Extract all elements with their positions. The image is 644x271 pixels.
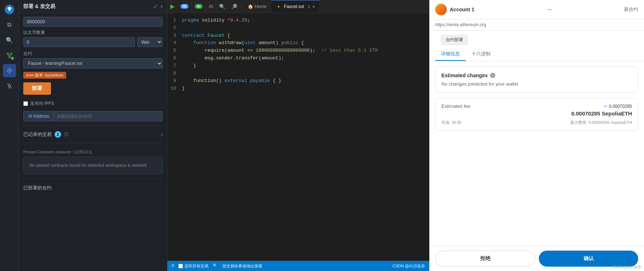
- ai-text-label: AI: [209, 4, 213, 9]
- deploy-panel-title: 部署 & 发交易: [23, 3, 55, 10]
- at-address-button[interactable]: At Address: [23, 111, 54, 121]
- svg-line-5: [9, 55, 11, 56]
- ec-no-changes: No changes predicted for your wallet: [441, 81, 632, 87]
- contract-select[interactable]: Faucet - learning/Faucet.sol: [23, 58, 163, 68]
- code-line-8: 8: [167, 70, 429, 78]
- divider-3: [23, 178, 163, 179]
- deploy-header: 部署 & 发交易 ✓ ›: [19, 0, 167, 13]
- code-line-9: 9 function() external payable { }: [167, 77, 429, 85]
- recorded-txns-left: 已记录的交易 2 ⓘ: [23, 131, 68, 138]
- estimated-changes-box: Estimated changes i No changes predicted…: [435, 66, 638, 93]
- tab-hex[interactable]: 十六进制: [466, 48, 496, 61]
- code-line-4: 4 function withdraw(uint amount) public …: [167, 39, 429, 47]
- mm-url: https://remix.ethereum.org: [435, 22, 486, 27]
- reject-button[interactable]: 拒绝: [435, 251, 535, 267]
- svg-line-11: [11, 87, 11, 88]
- ef-label: Estimated fee: [441, 103, 470, 109]
- eth-unit-select[interactable]: Wei Gwei ETH: [137, 37, 163, 47]
- mm-url-bar: https://remix.ethereum.org: [429, 19, 644, 31]
- recorded-txns-chevron: ›: [161, 131, 163, 137]
- svg-marker-6: [7, 68, 12, 74]
- monitor-checkbox[interactable]: [178, 264, 183, 268]
- svg-line-4: [8, 55, 9, 56]
- recorded-txns-label: 已记录的交易: [23, 131, 52, 138]
- divider-2: [23, 143, 163, 143]
- tab-details[interactable]: 详细信息: [435, 48, 466, 61]
- tab-home[interactable]: 🏠 Home: [243, 0, 271, 13]
- recorded-txns-row[interactable]: 已记录的交易 2 ⓘ ›: [23, 129, 163, 140]
- at-address-input[interactable]: [54, 111, 163, 121]
- chevron-right-icon[interactable]: ›: [161, 3, 163, 10]
- run-button[interactable]: ▶: [167, 0, 178, 13]
- status-left: 0 监听所有交易 🔍 按交易哈希或地址搜索: [172, 263, 262, 269]
- mm-header: Account 1 → 新合约: [429, 0, 644, 19]
- tab-faucet-sol[interactable]: 🔸 Faucet.sol 1 ✕: [271, 0, 319, 13]
- ipfs-row: 发布到 IPFS: [23, 101, 163, 107]
- evm-badge: evm 版本: byzantium: [23, 72, 66, 79]
- eth-amount-label: 以太币数量: [23, 30, 163, 36]
- tab-ai-blue[interactable]: AI: [178, 0, 192, 13]
- at-address-row: At Address: [23, 111, 163, 121]
- gas-limit-input[interactable]: [23, 17, 163, 27]
- deploy-header-icons: ✓ ›: [153, 3, 163, 10]
- svg-point-1: [7, 53, 9, 55]
- check-icon[interactable]: ✓: [153, 3, 158, 10]
- tab-ai-text[interactable]: AI: [206, 0, 216, 13]
- zoom-in-btn[interactable]: 🔍: [216, 0, 228, 13]
- editor-area: ▶ AI AI AI 🔍 🔎 🏠 Home 🔸 Faucet.sol 1 ✕ 1…: [167, 0, 429, 271]
- monitor-label[interactable]: 监听所有交易: [178, 263, 208, 269]
- code-line-6: 6 msg.sender.transfer(amount);: [167, 55, 429, 62]
- code-line-5: 5 require(amount <= 1000000000000000000)…: [167, 47, 429, 55]
- mm-contract-deploy-row: 合约部署: [429, 31, 644, 48]
- avatar: [435, 4, 447, 15]
- eth-amount-input[interactable]: [23, 37, 135, 47]
- pinned-contracts-network: (network: 11155111): [55, 150, 92, 154]
- mm-contract-deploy-btn[interactable]: 合约部署: [441, 35, 468, 45]
- ec-title: Estimated changes i: [441, 72, 632, 78]
- new-contract-label: 新合约: [624, 6, 638, 13]
- eth-row: Wei Gwei ETH: [23, 37, 163, 47]
- pinned-empty-box: No pinned contracts found for selected w…: [23, 157, 163, 174]
- home-label: Home: [255, 4, 266, 9]
- sidebar-debug-icon[interactable]: [3, 79, 16, 93]
- sidebar-git-icon[interactable]: [3, 49, 16, 62]
- svg-point-2: [10, 53, 12, 55]
- tab-ai-green[interactable]: AI: [192, 0, 206, 13]
- code-line-3: 3 contract Faucet {: [167, 32, 429, 40]
- ef-row1: Estimated fee ✏ 0.00070285: [441, 103, 632, 109]
- tab-close-icon[interactable]: ✕: [312, 5, 315, 9]
- deploy-panel: 部署 & 发交易 ✓ › 以太币数量 Wei Gwei ETH 合约 Fauce…: [19, 0, 167, 271]
- code-line-10: 10 }: [167, 85, 429, 93]
- ef-market: 市场 -30 秒: [441, 120, 461, 125]
- sidebar-logo: [3, 3, 16, 16]
- ec-info-icon[interactable]: i: [490, 73, 495, 78]
- publish-ipfs-checkbox[interactable]: [23, 101, 28, 106]
- sidebar-deploy-icon[interactable]: [3, 64, 16, 77]
- ef-small-value: 0.00070285: [609, 104, 632, 109]
- ai-green-bubble: AI: [195, 4, 203, 9]
- code-line-1: 1 pragma solidity ^0.4.26;: [167, 17, 429, 24]
- code-line-2: 2: [167, 24, 429, 32]
- info-icon[interactable]: ⓘ: [64, 131, 68, 138]
- pinned-contracts-header: Pinned Contracts (network: 11155111): [23, 146, 163, 157]
- ec-title-text: Estimated changes: [441, 72, 488, 78]
- status-count: 0: [172, 263, 174, 269]
- zoom-out-btn[interactable]: 🔎: [228, 0, 240, 13]
- watermark: CSDN @白沙染赤: [612, 264, 641, 270]
- ef-main-value-row: 0.00070285 SepoliaETH: [441, 110, 632, 117]
- code-editor[interactable]: 1 pragma solidity ^0.4.26; 2 3 contract …: [167, 13, 429, 261]
- watermark-text: CSDN @白沙染赤: [393, 263, 425, 269]
- pinned-empty-message: No pinned contracts found for selected w…: [29, 163, 147, 168]
- home-icon: 🏠: [248, 4, 253, 9]
- search-icon-status: 🔍: [213, 263, 218, 269]
- pinned-contracts-label: Pinned Contracts: [23, 150, 54, 154]
- sidebar-search-icon[interactable]: 🔍: [3, 34, 16, 47]
- account-label: Account 1: [450, 7, 474, 12]
- deploy-button[interactable]: 部署: [23, 82, 51, 95]
- mm-forward-arrow[interactable]: →: [546, 6, 552, 13]
- ai-blue-bubble: AI: [180, 4, 188, 9]
- sidebar-files-icon[interactable]: ⧉: [3, 18, 16, 31]
- estimated-fee-box: Estimated fee ✏ 0.00070285 0.00070285 Se…: [435, 98, 638, 131]
- tab-filename: Faucet.sol: [284, 4, 304, 9]
- ef-sub-row: 市场 -30 秒 最大费用: 0.00089256 SepoliaETH: [441, 120, 632, 125]
